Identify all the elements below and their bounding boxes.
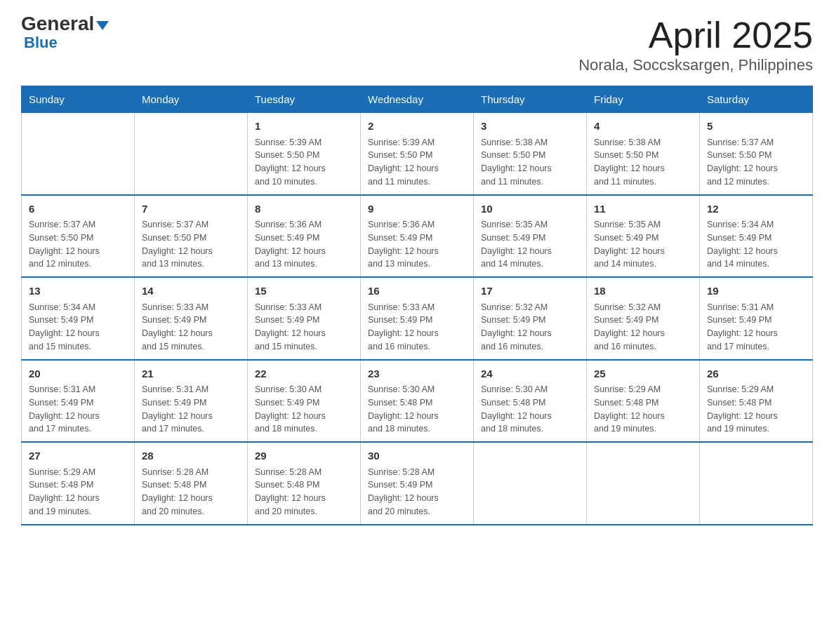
- logo-blue: Blue: [24, 34, 58, 52]
- day-number: 22: [255, 366, 353, 382]
- day-number: 28: [142, 448, 240, 464]
- table-row: [587, 442, 700, 525]
- day-info: Sunrise: 5:30 AM Sunset: 5:49 PM Dayligh…: [255, 383, 353, 436]
- header-saturday: Saturday: [700, 86, 813, 113]
- table-row: 17Sunrise: 5:32 AM Sunset: 5:49 PM Dayli…: [474, 277, 587, 360]
- table-row: 28Sunrise: 5:28 AM Sunset: 5:48 PM Dayli…: [135, 442, 248, 525]
- day-info: Sunrise: 5:28 AM Sunset: 5:48 PM Dayligh…: [142, 466, 240, 518]
- day-number: 5: [707, 119, 805, 135]
- calendar-header-row: Sunday Monday Tuesday Wednesday Thursday…: [22, 86, 813, 113]
- day-number: 23: [368, 366, 466, 382]
- location-subtitle: Norala, Soccsksargen, Philippines: [578, 56, 813, 74]
- day-number: 16: [368, 283, 466, 300]
- day-number: 29: [255, 448, 353, 464]
- month-year-title: April 2025: [578, 14, 813, 56]
- table-row: 7Sunrise: 5:37 AM Sunset: 5:50 PM Daylig…: [135, 195, 248, 278]
- table-row: 13Sunrise: 5:34 AM Sunset: 5:49 PM Dayli…: [22, 277, 135, 360]
- day-number: 26: [707, 366, 805, 382]
- day-info: Sunrise: 5:36 AM Sunset: 5:49 PM Dayligh…: [255, 218, 353, 271]
- table-row: 22Sunrise: 5:30 AM Sunset: 5:49 PM Dayli…: [248, 360, 361, 443]
- calendar-week-row: 6Sunrise: 5:37 AM Sunset: 5:50 PM Daylig…: [22, 195, 813, 278]
- day-number: 27: [29, 448, 127, 464]
- day-number: 9: [368, 201, 466, 217]
- table-row: 10Sunrise: 5:35 AM Sunset: 5:49 PM Dayli…: [474, 195, 587, 278]
- day-number: 21: [142, 366, 240, 382]
- day-number: 8: [255, 201, 353, 217]
- table-row: 29Sunrise: 5:28 AM Sunset: 5:48 PM Dayli…: [248, 442, 361, 525]
- table-row: 9Sunrise: 5:36 AM Sunset: 5:49 PM Daylig…: [361, 195, 474, 278]
- day-info: Sunrise: 5:30 AM Sunset: 5:48 PM Dayligh…: [368, 383, 466, 436]
- day-info: Sunrise: 5:29 AM Sunset: 5:48 PM Dayligh…: [594, 383, 692, 436]
- day-info: Sunrise: 5:33 AM Sunset: 5:49 PM Dayligh…: [255, 301, 353, 354]
- day-number: 13: [29, 283, 127, 300]
- day-info: Sunrise: 5:37 AM Sunset: 5:50 PM Dayligh…: [707, 136, 805, 189]
- day-info: Sunrise: 5:28 AM Sunset: 5:48 PM Dayligh…: [255, 466, 353, 518]
- day-info: Sunrise: 5:36 AM Sunset: 5:49 PM Dayligh…: [368, 218, 466, 271]
- header-sunday: Sunday: [22, 86, 135, 113]
- table-row: 4Sunrise: 5:38 AM Sunset: 5:50 PM Daylig…: [587, 113, 700, 195]
- day-number: 15: [255, 283, 353, 300]
- day-info: Sunrise: 5:39 AM Sunset: 5:50 PM Dayligh…: [255, 136, 353, 189]
- day-number: 7: [142, 201, 240, 217]
- day-info: Sunrise: 5:38 AM Sunset: 5:50 PM Dayligh…: [594, 136, 692, 189]
- day-number: 2: [368, 119, 466, 135]
- calendar-week-row: 13Sunrise: 5:34 AM Sunset: 5:49 PM Dayli…: [22, 277, 813, 360]
- day-number: 24: [481, 366, 579, 382]
- table-row: 6Sunrise: 5:37 AM Sunset: 5:50 PM Daylig…: [22, 195, 135, 278]
- day-info: Sunrise: 5:37 AM Sunset: 5:50 PM Dayligh…: [142, 218, 240, 271]
- day-number: 12: [707, 201, 805, 217]
- day-info: Sunrise: 5:34 AM Sunset: 5:49 PM Dayligh…: [707, 218, 805, 271]
- header-tuesday: Tuesday: [248, 86, 361, 113]
- day-info: Sunrise: 5:35 AM Sunset: 5:49 PM Dayligh…: [594, 218, 692, 271]
- calendar-week-row: 1Sunrise: 5:39 AM Sunset: 5:50 PM Daylig…: [22, 113, 813, 195]
- table-row: 1Sunrise: 5:39 AM Sunset: 5:50 PM Daylig…: [248, 113, 361, 195]
- table-row: 2Sunrise: 5:39 AM Sunset: 5:50 PM Daylig…: [361, 113, 474, 195]
- table-row: 25Sunrise: 5:29 AM Sunset: 5:48 PM Dayli…: [587, 360, 700, 443]
- table-row: 16Sunrise: 5:33 AM Sunset: 5:49 PM Dayli…: [361, 277, 474, 360]
- day-number: 14: [142, 283, 240, 300]
- table-row: [22, 113, 135, 195]
- day-number: 4: [594, 119, 692, 135]
- logo-arrow-icon: [96, 21, 109, 30]
- table-row: 11Sunrise: 5:35 AM Sunset: 5:49 PM Dayli…: [587, 195, 700, 278]
- table-row: 27Sunrise: 5:29 AM Sunset: 5:48 PM Dayli…: [22, 442, 135, 525]
- header-friday: Friday: [587, 86, 700, 113]
- day-info: Sunrise: 5:38 AM Sunset: 5:50 PM Dayligh…: [481, 136, 579, 189]
- table-row: 15Sunrise: 5:33 AM Sunset: 5:49 PM Dayli…: [248, 277, 361, 360]
- day-number: 17: [481, 283, 579, 300]
- calendar-table: Sunday Monday Tuesday Wednesday Thursday…: [21, 86, 813, 525]
- day-number: 20: [29, 366, 127, 382]
- day-info: Sunrise: 5:31 AM Sunset: 5:49 PM Dayligh…: [29, 383, 127, 436]
- day-number: 10: [481, 201, 579, 217]
- day-number: 6: [29, 201, 127, 217]
- day-info: Sunrise: 5:37 AM Sunset: 5:50 PM Dayligh…: [29, 218, 127, 271]
- calendar-week-row: 27Sunrise: 5:29 AM Sunset: 5:48 PM Dayli…: [22, 442, 813, 525]
- table-row: [135, 113, 248, 195]
- table-row: [700, 442, 813, 525]
- table-row: 19Sunrise: 5:31 AM Sunset: 5:49 PM Dayli…: [700, 277, 813, 360]
- day-number: 30: [368, 448, 466, 464]
- table-row: 18Sunrise: 5:32 AM Sunset: 5:49 PM Dayli…: [587, 277, 700, 360]
- day-info: Sunrise: 5:30 AM Sunset: 5:48 PM Dayligh…: [481, 383, 579, 436]
- day-number: 25: [594, 366, 692, 382]
- header-monday: Monday: [135, 86, 248, 113]
- day-number: 1: [255, 119, 353, 135]
- day-info: Sunrise: 5:29 AM Sunset: 5:48 PM Dayligh…: [707, 383, 805, 436]
- day-info: Sunrise: 5:32 AM Sunset: 5:49 PM Dayligh…: [481, 301, 579, 354]
- logo-general: General: [21, 14, 94, 34]
- day-info: Sunrise: 5:33 AM Sunset: 5:49 PM Dayligh…: [368, 301, 466, 354]
- header-thursday: Thursday: [474, 86, 587, 113]
- calendar-week-row: 20Sunrise: 5:31 AM Sunset: 5:49 PM Dayli…: [22, 360, 813, 443]
- day-info: Sunrise: 5:29 AM Sunset: 5:48 PM Dayligh…: [29, 466, 127, 518]
- table-row: [474, 442, 587, 525]
- day-info: Sunrise: 5:33 AM Sunset: 5:49 PM Dayligh…: [142, 301, 240, 354]
- day-number: 19: [707, 283, 805, 300]
- logo: General Blue: [21, 14, 109, 52]
- table-row: 14Sunrise: 5:33 AM Sunset: 5:49 PM Dayli…: [135, 277, 248, 360]
- table-row: 30Sunrise: 5:28 AM Sunset: 5:49 PM Dayli…: [361, 442, 474, 525]
- table-row: 23Sunrise: 5:30 AM Sunset: 5:48 PM Dayli…: [361, 360, 474, 443]
- calendar-title-block: April 2025 Norala, Soccsksargen, Philipp…: [578, 14, 813, 74]
- day-info: Sunrise: 5:34 AM Sunset: 5:49 PM Dayligh…: [29, 301, 127, 354]
- day-info: Sunrise: 5:32 AM Sunset: 5:49 PM Dayligh…: [594, 301, 692, 354]
- table-row: 3Sunrise: 5:38 AM Sunset: 5:50 PM Daylig…: [474, 113, 587, 195]
